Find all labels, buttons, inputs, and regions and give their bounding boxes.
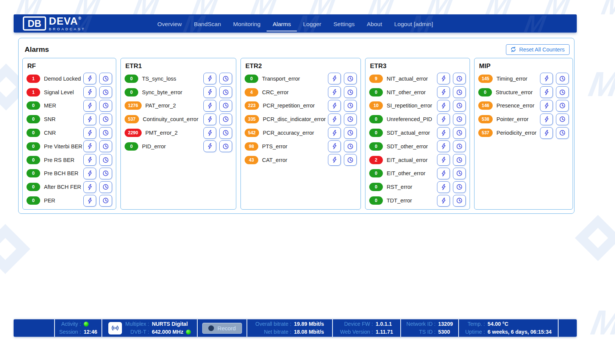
alarm-trigger-button[interactable] [437,114,450,125]
reset-all-counters-button[interactable]: Reset All Counters [506,44,570,55]
alarm-trigger-button[interactable] [203,100,216,112]
alarm-trigger-button[interactable] [83,181,96,193]
alarm-history-button[interactable] [219,114,232,125]
alarm-history-button[interactable] [99,140,112,152]
alarm-history-button[interactable] [99,86,112,98]
alarm-trigger-button[interactable] [437,127,450,139]
alarm-trigger-button[interactable] [540,114,553,125]
alarm-history-button[interactable] [453,73,466,84]
alarm-history-button[interactable] [344,127,357,139]
alarm-history-button[interactable] [556,73,569,84]
alarm-history-button[interactable] [219,127,232,139]
alarm-history-button[interactable] [99,181,112,193]
alarm-history-button[interactable] [219,140,232,152]
alarm-label: RST_error [387,184,412,190]
nav-item-alarms[interactable]: Alarms [267,16,297,31]
alarm-history-button[interactable] [344,154,357,166]
alarm-history-button[interactable] [344,100,357,112]
alarm-trigger-button[interactable] [203,73,216,84]
nav-item-logger[interactable]: Logger [297,16,327,31]
nav-item-bandscan[interactable]: BandScan [188,16,227,31]
alarm-history-button[interactable] [453,195,466,207]
alarm-trigger-button[interactable] [328,127,341,139]
alarm-trigger-button[interactable] [328,73,341,84]
alarm-trigger-button[interactable] [437,154,450,166]
alarm-history-button[interactable] [556,114,569,125]
alarm-trigger-button[interactable] [328,86,341,98]
alarm-trigger-button[interactable] [83,168,96,179]
alarm-trigger-button[interactable] [83,195,96,207]
alarm-history-button[interactable] [344,86,357,98]
alarm-trigger-button[interactable] [540,127,553,139]
nav-item-logout-admin[interactable]: Logout [admin] [388,16,439,31]
alarm-trigger-button[interactable] [540,100,553,112]
alarm-history-button[interactable] [344,73,357,84]
alarm-history-button[interactable] [453,127,466,139]
alarm-trigger-button[interactable] [437,181,450,193]
alarm-trigger-button[interactable] [328,154,341,166]
nav-item-settings[interactable]: Settings [327,16,361,31]
alarm-trigger-button[interactable] [437,140,450,152]
alarm-trigger-button[interactable] [83,140,96,152]
alarm-trigger-button[interactable] [83,100,96,112]
alarm-history-button[interactable] [99,154,112,166]
alarm-history-button[interactable] [99,195,112,207]
alarm-history-button[interactable] [453,114,466,125]
device-fw-value: 1.0.1.1 [376,320,393,328]
nav-item-monitoring[interactable]: Monitoring [227,16,267,31]
alarm-trigger-button[interactable] [328,140,341,152]
clock-icon [222,75,229,82]
alarm-history-button[interactable] [453,181,466,193]
alarm-trigger-button[interactable] [83,114,96,125]
alarm-history-button[interactable] [99,168,112,179]
alarm-label: PID_error [142,143,166,149]
alarm-history-button[interactable] [453,86,466,98]
alarm-trigger-button[interactable] [83,73,96,84]
record-button[interactable]: Record [202,323,242,334]
alarm-trigger-button[interactable] [203,114,216,125]
clock-icon [222,89,229,96]
alarm-history-button[interactable] [556,86,569,98]
lightning-icon [87,116,93,123]
panel-title: ETR3 [370,61,466,71]
alarm-history-button[interactable] [344,140,357,152]
alarm-trigger-button[interactable] [437,100,450,112]
alarm-history-button[interactable] [219,86,232,98]
alarm-history-button[interactable] [556,100,569,112]
alarm-trigger-button[interactable] [540,86,553,98]
alarm-trigger-button[interactable] [437,168,450,179]
alarm-trigger-button[interactable] [203,127,216,139]
alarm-history-button[interactable] [453,154,466,166]
alarm-label: TS_sync_loss [142,76,176,82]
alarm-history-button[interactable] [219,73,232,84]
alarm-trigger-button[interactable] [328,100,341,112]
alarm-history-button[interactable] [99,100,112,112]
alarm-history-button[interactable] [99,73,112,84]
alarm-history-button[interactable] [453,140,466,152]
status-temp-uptime: Temp. : 54.00 °C Uptime : 6 weeks, 6 day… [458,319,558,337]
alarm-history-button[interactable] [556,127,569,139]
alarm-history-button[interactable] [219,100,232,112]
nav-item-overview[interactable]: Overview [151,16,188,31]
alarm-history-button[interactable] [344,114,357,125]
alarm-trigger-button[interactable] [437,86,450,98]
alarm-history-button[interactable] [453,168,466,179]
alarm-label: PTS_error [262,143,287,149]
lightning-icon [207,116,213,123]
alarm-count-badge: 98 [245,142,258,151]
status-versions: Device FW : 1.0.1.1 Web Version : 1.11.7… [332,319,400,337]
alarm-trigger-button[interactable] [83,154,96,166]
alarm-trigger-button[interactable] [328,114,341,125]
alarm-trigger-button[interactable] [437,195,450,207]
alarm-row: 537 Periodicity_error [478,126,569,140]
alarm-history-button[interactable] [453,100,466,112]
alarm-trigger-button[interactable] [83,86,96,98]
alarm-trigger-button[interactable] [83,127,96,139]
alarm-trigger-button[interactable] [540,73,553,84]
alarm-history-button[interactable] [99,127,112,139]
alarm-trigger-button[interactable] [437,73,450,84]
nav-item-about[interactable]: About [361,16,388,31]
alarm-trigger-button[interactable] [203,86,216,98]
alarm-history-button[interactable] [99,114,112,125]
alarm-trigger-button[interactable] [203,140,216,152]
